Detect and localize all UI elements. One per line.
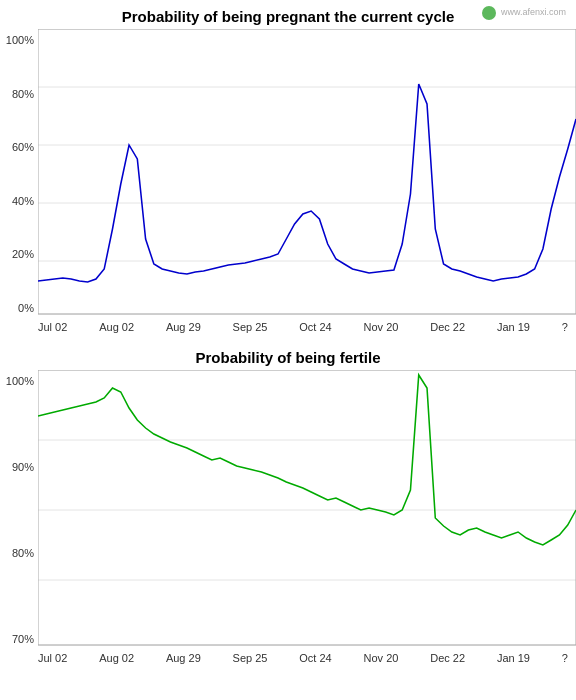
chart2-container: Probability of being fertile 100% 90% 80… (0, 341, 576, 664)
chart1-container: Probability of being pregnant the curren… (0, 0, 576, 333)
watermark-logo-icon (482, 6, 496, 20)
chart2-y-axis: 100% 90% 80% 70% (0, 370, 38, 650)
chart2-title: Probability of being fertile (0, 341, 576, 370)
svg-rect-12 (38, 370, 576, 645)
watermark: www.afenxi.com (482, 6, 566, 20)
chart1-x-axis: Jul 02 Aug 02 Aug 29 Sep 25 Oct 24 Nov 2… (0, 319, 576, 333)
chart2-svg (38, 370, 576, 650)
svg-rect-6 (38, 29, 576, 314)
chart1-y-axis: 100% 80% 60% 40% 20% 0% (0, 29, 38, 319)
chart2-plot (38, 370, 576, 650)
page-container: Probability of being pregnant the curren… (0, 0, 576, 664)
chart1-svg (38, 29, 576, 319)
chart1-plot (38, 29, 576, 319)
chart2-x-axis: Jul 02 Aug 02 Aug 29 Sep 25 Oct 24 Nov 2… (0, 650, 576, 664)
